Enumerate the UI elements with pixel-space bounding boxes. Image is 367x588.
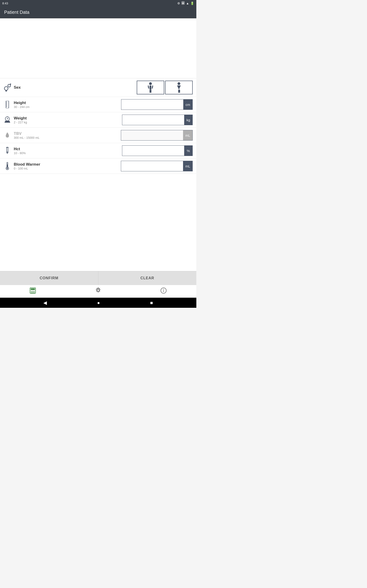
blood-warmer-input-wrapper: mL [121,161,193,171]
blood-warmer-icon [4,162,11,170]
weight-range: 2 - 227 kg [14,121,27,124]
height-input[interactable] [121,99,183,110]
sex-row: Sex [0,78,196,97]
wifi-icon: ▲ [186,2,189,5]
svg-rect-13 [148,86,149,89]
height-input-wrapper: cm [121,99,193,110]
hct-input[interactable] [122,146,184,156]
sex-label-text: Sex [14,85,21,90]
hct-label-text: Hct 10 - 80% [14,147,26,155]
android-nav: ◀ ● ■ [0,298,196,308]
home-button[interactable]: ● [97,300,100,305]
action-buttons: CONFIRM CLEAR [0,271,196,285]
blood-warmer-row: Blood Warmer 0 - 100 mL mL [0,158,196,174]
sex-label: Sex [14,85,21,90]
hct-row: Hct 10 - 80% % [0,143,196,158]
female-button[interactable] [165,81,193,95]
status-bar: 8:43 ⚙ ▲ 🔋 [0,0,196,6]
hct-label-group: Hct 10 - 80% [4,147,122,155]
height-label-text: Height 30 - 244 cm [14,101,30,109]
blood-warmer-label-text: Blood Warmer 0 - 100 mL [14,162,40,170]
svg-point-35 [7,168,8,169]
height-label: Height [14,101,30,105]
battery-icon: 🔋 [190,2,194,5]
height-label-group: Height 30 - 244 cm [4,101,121,109]
svg-rect-34 [7,164,8,168]
weight-label-group: Weight 2 - 227 kg [4,116,122,124]
tbv-input [121,130,183,140]
weight-input[interactable] [122,115,184,125]
nav-calculator[interactable] [0,285,65,298]
settings-icon: ⚙ [177,2,180,5]
blood-warmer-label-group: Blood Warmer 0 - 100 mL [4,162,121,170]
svg-point-39 [32,291,33,292]
nav-settings[interactable] [65,285,131,298]
weight-unit: kg [184,115,192,125]
male-button[interactable] [137,81,164,95]
blood-warmer-label: Blood Warmer [14,162,40,167]
weight-icon [4,116,11,123]
hct-unit: % [184,146,192,156]
svg-point-42 [32,292,33,293]
svg-rect-37 [31,288,35,290]
main-content: Sex [0,18,196,271]
svg-rect-16 [178,90,179,93]
svg-point-40 [34,291,35,292]
page-title: Patient Data [4,10,29,15]
svg-rect-28 [5,122,10,123]
svg-rect-18 [6,101,9,108]
hct-icon [4,147,11,154]
svg-rect-31 [7,151,8,153]
hct-label: Hct [14,147,26,151]
height-row: Height 30 - 244 cm cm [0,97,196,112]
weight-label-text: Weight 2 - 227 kg [14,116,27,124]
tbv-icon [4,132,11,139]
tbv-range: 300 mL - 15000 mL [14,136,40,139]
svg-rect-17 [179,90,180,93]
blood-warmer-input[interactable] [121,161,183,171]
tbv-input-wrapper: mL [121,130,193,141]
confirm-button[interactable]: CONFIRM [0,271,98,285]
svg-point-2 [4,86,8,90]
clear-button[interactable]: CLEAR [98,271,197,285]
blood-warmer-range: 0 - 100 mL [14,167,40,170]
svg-rect-11 [150,90,150,93]
svg-point-43 [34,292,35,293]
svg-point-47 [163,289,164,290]
height-unit: cm [183,99,192,110]
svg-rect-10 [150,86,151,90]
tbv-unit: mL [183,130,192,140]
top-spacer [0,18,196,78]
recent-button[interactable]: ■ [150,300,153,305]
hct-range: 10 - 80% [14,151,26,155]
svg-rect-12 [150,90,151,93]
svg-point-26 [7,118,8,119]
blood-warmer-unit: mL [183,161,192,171]
hct-input-wrapper: % [122,145,193,156]
tbv-row: TBV 300 mL - 15000 mL mL [0,128,196,143]
weight-input-wrapper: kg [122,115,193,125]
tbv-label-text: TBV 300 mL - 15000 mL [14,131,40,139]
nav-info[interactable] [131,285,196,298]
svg-point-44 [97,289,99,292]
weight-label: Weight [14,116,27,121]
app-bar: Patient Data [0,6,196,18]
status-time: 8:43 [2,2,177,5]
settings-icon [95,287,102,296]
svg-point-38 [31,291,32,292]
weight-row: Weight 2 - 227 kg kg [0,112,196,128]
svg-rect-14 [152,86,153,89]
height-icon [4,101,11,108]
sex-label-group: Sex [4,83,137,92]
calculator-icon [29,287,36,296]
status-icons: ⚙ ▲ 🔋 [177,1,194,5]
tbv-label: TBV [14,131,40,136]
back-button[interactable]: ◀ [43,300,47,305]
svg-rect-27 [5,121,10,122]
bottom-spacer [0,174,196,229]
info-icon [160,287,167,296]
sim-icon [181,1,185,5]
svg-point-15 [177,82,180,85]
sex-icon [4,83,11,92]
svg-rect-1 [182,2,184,4]
